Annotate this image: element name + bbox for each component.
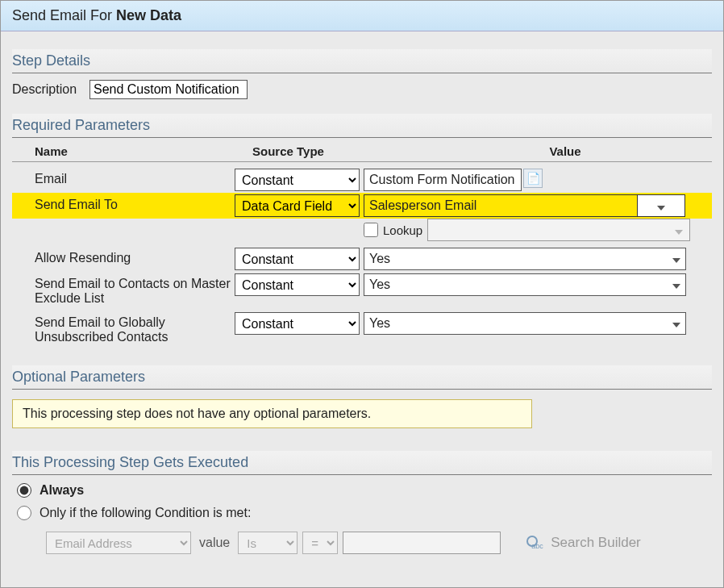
condition-comparator-select[interactable]: = — [302, 532, 338, 554]
radio-always-label: Always — [40, 483, 84, 498]
lookup-checkbox[interactable] — [364, 223, 378, 237]
radio-row-always: Always — [17, 483, 712, 498]
lookup-row: Lookup — [364, 219, 712, 246]
search-builder-icon — [526, 536, 544, 550]
source-select-send-to[interactable]: Data Card Field — [235, 194, 360, 217]
param-name-send-to: Send Email To — [12, 194, 235, 215]
chevron-down-icon — [672, 277, 680, 292]
value-master-exclude[interactable]: Yes — [364, 273, 686, 296]
condition-field-select[interactable]: Email Address — [46, 532, 191, 554]
radio-always[interactable] — [17, 483, 31, 498]
param-name-email: Email — [12, 169, 235, 190]
section-exec: This Processing Step Gets Executed — [12, 451, 712, 475]
param-header: Name Source Type Value — [12, 138, 712, 162]
section-optional-params: Optional Parameters — [12, 365, 712, 390]
lookup-value-dropdown[interactable] — [427, 219, 690, 241]
chevron-down-icon — [672, 316, 680, 331]
param-row-master-exclude: Send Email to Contacts on Master Exclude… — [12, 272, 712, 311]
condition-value-input[interactable] — [343, 532, 501, 554]
title-prefix: Send Email For — [12, 7, 116, 23]
value-send-to-dropdown[interactable] — [637, 194, 685, 217]
col-name: Name — [12, 144, 235, 158]
col-value: Value — [436, 144, 694, 158]
chevron-down-icon — [675, 223, 683, 237]
source-select-master-exclude[interactable]: Constant — [235, 273, 360, 296]
section-required-params: Required Parameters — [12, 114, 712, 138]
page-title: Send Email For New Data — [1, 1, 723, 31]
condition-operator-select[interactable]: Is — [238, 532, 298, 554]
section-step-details: Step Details — [12, 49, 712, 73]
value-send-to[interactable]: Salesperson Email — [364, 194, 638, 217]
lookup-label: Lookup — [383, 223, 422, 237]
radio-row-only-if: Only if the following Condition is met: — [17, 506, 712, 520]
condition-value-label: value — [199, 536, 230, 550]
param-name-allow-resending: Allow Resending — [12, 248, 235, 269]
param-row-email: Email Constant Custom Form Notification … — [12, 167, 712, 193]
description-input[interactable] — [89, 80, 248, 99]
description-label: Description — [12, 82, 89, 97]
email-picker-icon[interactable]: 📄 — [523, 169, 543, 188]
param-name-global-unsub: Send Email to Globally Unsubscribed Cont… — [12, 312, 235, 348]
radio-only-if[interactable] — [17, 506, 31, 520]
source-select-global-unsub[interactable]: Constant — [235, 312, 360, 335]
condition-row: Email Address value Is = Search Builder — [46, 532, 712, 554]
radio-only-if-label: Only if the following Condition is met: — [40, 506, 251, 520]
param-row-global-unsub: Send Email to Globally Unsubscribed Cont… — [12, 311, 712, 349]
param-name-master-exclude: Send Email to Contacts on Master Exclude… — [12, 273, 235, 309]
chevron-down-icon — [657, 199, 665, 213]
value-allow-resending[interactable]: Yes — [364, 248, 686, 270]
title-bold: New Data — [116, 7, 181, 23]
value-email[interactable]: Custom Form Notification — [364, 169, 522, 191]
source-select-allow-resending[interactable]: Constant — [235, 248, 360, 270]
param-row-send-to: Send Email To Data Card Field Salesperso… — [12, 193, 712, 219]
optional-params-message: This processing step does not have any o… — [12, 399, 532, 428]
col-source: Source Type — [235, 144, 436, 158]
value-global-unsub[interactable]: Yes — [364, 312, 686, 335]
search-builder-link[interactable]: Search Builder — [526, 535, 641, 551]
param-row-allow-resending: Allow Resending Constant Yes — [12, 246, 712, 272]
source-select-email[interactable]: Constant — [235, 169, 360, 191]
chevron-down-icon — [672, 252, 680, 266]
